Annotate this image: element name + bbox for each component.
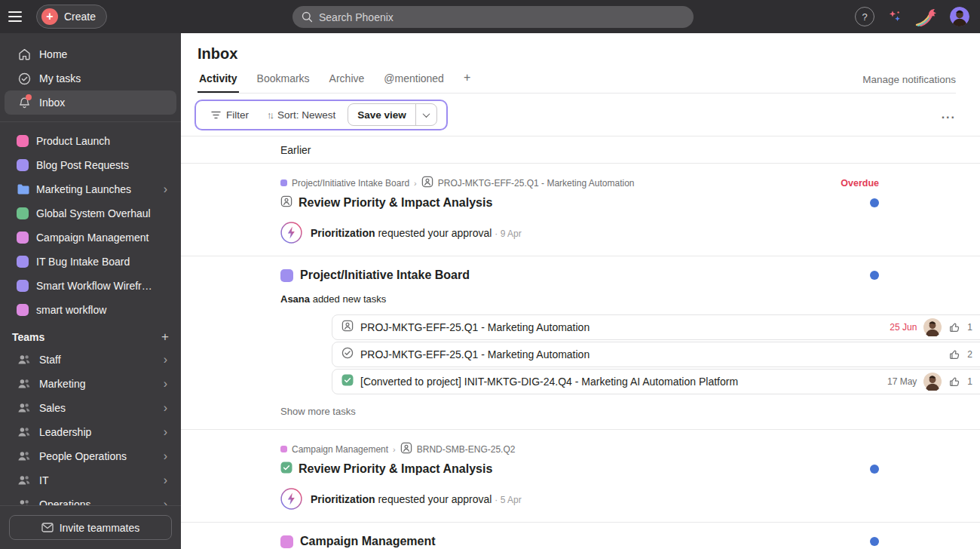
due-date: 17 May — [887, 376, 917, 387]
sidebar-project-item[interactable]: smart workflow › — [5, 298, 176, 322]
sidebar-project-item[interactable]: Marketing Launches › — [5, 177, 176, 201]
assignee-avatar[interactable] — [923, 318, 942, 336]
task-row[interactable]: [Converted to project] INIT-MKTG-DIG-24.… — [332, 369, 980, 394]
teams-list: Staff › Marketing › Sales › Leadership ›… — [0, 348, 181, 517]
filter-group: Filter ↑↓ Sort: Newest Save view — [194, 100, 448, 130]
sidebar-project-item[interactable]: Blog Post Requests › — [5, 153, 176, 177]
tab-archive[interactable]: Archive — [328, 68, 366, 93]
search-placeholder: Search Phoenix — [319, 11, 394, 23]
tab-bookmarks[interactable]: Bookmarks — [256, 68, 311, 93]
tab-activity[interactable]: Activity — [198, 68, 239, 93]
plus-icon: + — [41, 8, 58, 25]
toolbar: Filter ↑↓ Sort: Newest Save view ... — [181, 94, 980, 136]
add-tab-button[interactable]: + — [462, 66, 472, 93]
like-count: 2 — [967, 349, 972, 360]
activity-action: requested your approval — [378, 493, 492, 505]
user-avatar[interactable] — [950, 7, 969, 26]
sidebar-project-item[interactable]: Global System Overhaul › — [5, 201, 176, 225]
phoenix-celebration-button[interactable] — [915, 7, 938, 26]
notification-approval-2[interactable]: Campaign Management › BRND-SMB-ENG-25.Q2… — [181, 430, 980, 523]
notification-partial[interactable]: Campaign Management — [181, 523, 980, 549]
project-color-icon — [17, 256, 29, 268]
task-row[interactable]: PROJ-MKTG-EFF-25.Q1 - Marketing Automati… — [332, 342, 980, 367]
sidebar-team-item[interactable]: People Operations › — [5, 444, 176, 468]
avatar-photo — [950, 7, 969, 26]
activity-actor: Prioritization — [311, 493, 375, 505]
topbar: + Create Search Phoenix ? — [0, 0, 980, 33]
chevron-right-icon: › — [164, 474, 167, 486]
added-by-line: Asana added new tasks — [280, 293, 879, 305]
sort-button[interactable]: ↑↓ Sort: Newest — [261, 105, 341, 125]
search-input[interactable]: Search Phoenix — [292, 6, 694, 28]
save-view-button[interactable]: Save view — [348, 104, 415, 125]
sidebar-team-item[interactable]: Marketing › — [5, 372, 176, 396]
unread-dot[interactable] — [870, 465, 879, 474]
sidebar-team-item[interactable]: IT › — [5, 468, 176, 492]
project-color-icon — [280, 535, 293, 548]
sidebar-project-item[interactable]: Smart Workflow Wirefra... › — [5, 274, 176, 298]
unread-dot[interactable] — [870, 271, 879, 280]
teams-header: Teams + — [0, 322, 181, 348]
manage-notifications-link[interactable]: Manage notifications — [862, 69, 956, 93]
save-view-dropdown-button[interactable] — [415, 104, 436, 125]
tabs-row: Activity Bookmarks Archive @mentioned + … — [198, 66, 956, 94]
add-team-button[interactable]: + — [161, 330, 169, 345]
project-color-dot — [280, 179, 287, 186]
sidebar-toggle-button[interactable] — [0, 0, 30, 33]
team-people-icon — [17, 475, 32, 486]
due-date: 25 Jun — [890, 322, 917, 333]
notification-approval-1[interactable]: Project/Initiative Intake Board › PROJ-M… — [181, 164, 980, 256]
project-color-icon — [17, 159, 29, 171]
sidebar-team-item[interactable]: Sales › — [5, 396, 176, 420]
sidebar-item-inbox[interactable]: Inbox — [5, 90, 176, 115]
task-row[interactable]: PROJ-MKTG-EFF-25.Q1 - Marketing Automati… — [332, 314, 980, 340]
sidebar-team-item[interactable]: Staff › — [5, 348, 176, 372]
project-color-icon — [280, 269, 293, 282]
ai-sparkles-button[interactable] — [887, 8, 903, 25]
sidebar-item-home[interactable]: Home — [5, 42, 176, 66]
chevron-down-icon — [422, 110, 430, 118]
sidebar-team-item[interactable]: Leadership › — [5, 420, 176, 444]
sidebar-divider — [0, 121, 181, 122]
chevron-right-icon: › — [164, 354, 167, 366]
sidebar-item-my-tasks[interactable]: My tasks — [5, 66, 176, 90]
rule-lightning-icon — [280, 488, 302, 510]
project-color-icon — [17, 135, 29, 147]
project-color-dot — [280, 446, 287, 452]
project-color-icon — [17, 280, 29, 292]
show-more-tasks-link[interactable]: Show more tasks — [280, 406, 356, 417]
like-thumb-icon[interactable] — [948, 348, 960, 360]
sidebar-project-item[interactable]: Product Launch › — [5, 129, 176, 153]
sidebar-project-item[interactable]: IT Bug Intake Board › — [5, 250, 176, 274]
create-button[interactable]: + Create — [36, 5, 107, 29]
task-name: [Converted to project] INIT-MKTG-DIG-24.… — [360, 376, 738, 388]
envelope-icon — [41, 523, 54, 532]
more-options-button[interactable]: ... — [942, 108, 956, 121]
chevron-right-icon: › — [164, 402, 167, 414]
like-thumb-icon[interactable] — [948, 321, 960, 333]
create-label: Create — [64, 11, 96, 23]
sort-arrows-icon: ↑↓ — [267, 109, 272, 121]
help-button[interactable]: ? — [855, 7, 874, 26]
main-pane: Inbox Activity Bookmarks Archive @mentio… — [181, 33, 980, 549]
chevron-right-icon: › — [164, 450, 167, 462]
project-color-icon — [17, 183, 29, 195]
notification-new-tasks[interactable]: Project/Initiative Intake Board Asana ad… — [181, 256, 980, 430]
chevron-right-icon: › — [164, 378, 167, 390]
filter-button[interactable]: Filter — [205, 105, 255, 125]
activity-line: Prioritization requested your approval ·… — [280, 488, 879, 510]
sparkles-icon — [887, 8, 903, 25]
sidebar-project-item[interactable]: Campaign Management › — [5, 225, 176, 250]
assignee-avatar[interactable] — [923, 373, 942, 391]
topbar-actions: ? — [855, 7, 980, 26]
unread-dot[interactable] — [870, 198, 879, 207]
invite-teammates-button[interactable]: Invite teammates — [9, 515, 172, 540]
breadcrumb: Campaign Management › BRND-SMB-ENG-25.Q2 — [280, 442, 879, 456]
project-color-icon — [17, 232, 29, 244]
tab-mentioned[interactable]: @mentioned — [382, 68, 446, 93]
like-thumb-icon[interactable] — [948, 376, 960, 388]
unread-dot[interactable] — [870, 537, 879, 546]
approval-icon — [421, 176, 433, 190]
tasks-list: PROJ-MKTG-EFF-25.Q1 - Marketing Automati… — [332, 314, 980, 394]
chevron-right-icon: › — [164, 183, 167, 195]
